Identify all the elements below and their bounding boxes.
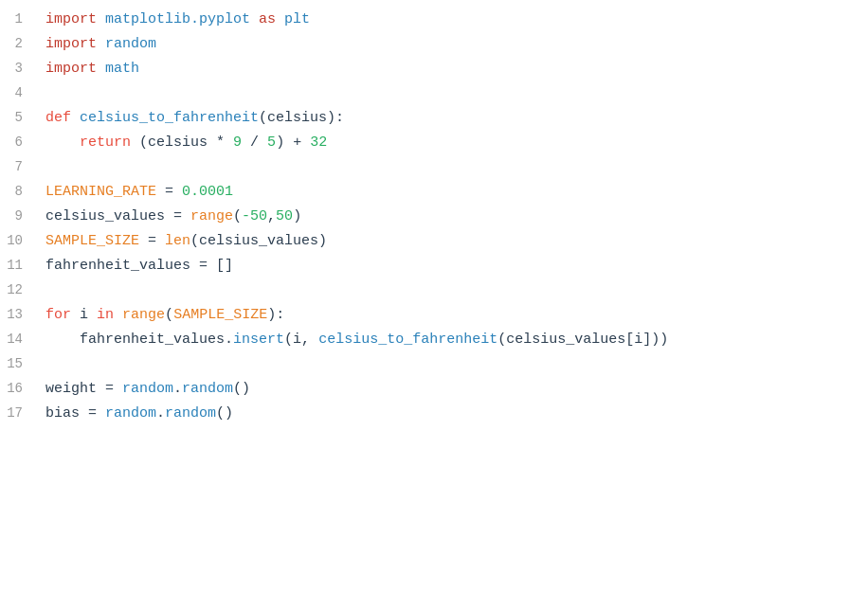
token-plain <box>88 307 97 323</box>
token-number: 50 <box>276 208 293 224</box>
token-plain <box>71 110 80 126</box>
token-kw-in: in <box>97 307 114 323</box>
token-number: -50 <box>242 208 267 224</box>
token-func-name: insert <box>233 332 284 348</box>
token-const: LEARNING_RATE <box>45 184 156 200</box>
token-var: i <box>634 332 642 348</box>
token-func-name: random <box>165 405 216 422</box>
token-plain: / <box>242 135 267 151</box>
code-editor: 1import matplotlib.pyplot as plt2import … <box>0 0 868 610</box>
token-plain <box>276 11 284 27</box>
token-builtin: len <box>165 233 190 249</box>
token-plain: () <box>216 405 233 422</box>
code-line: 8LEARNING_RATE = 0.0001 <box>0 180 868 205</box>
line-content: SAMPLE_SIZE = len(celsius_values) <box>38 230 868 253</box>
line-number: 5 <box>0 107 38 128</box>
line-content: fahrenheit_values = [] <box>38 255 868 278</box>
token-const: SAMPLE_SIZE <box>173 307 267 323</box>
code-line: 9celsius_values = range(-50,50) <box>0 205 868 229</box>
line-content: celsius_values = range(-50,50) <box>38 206 868 228</box>
token-func-name: celsius_to_fahrenheit <box>318 332 497 348</box>
token-func-name: random <box>182 381 233 397</box>
token-plain: ( <box>233 208 242 224</box>
token-plain: , <box>267 208 276 224</box>
line-number: 7 <box>0 156 38 177</box>
line-number: 8 <box>0 181 38 202</box>
token-builtin: range <box>190 208 233 224</box>
token-number: 0.0001 <box>182 184 233 200</box>
token-number: 9 <box>233 135 242 151</box>
token-plain: = [] <box>190 258 233 274</box>
token-var: celsius_values <box>506 332 625 348</box>
token-kw-def: def <box>45 110 71 126</box>
token-plain <box>114 307 122 323</box>
token-plain <box>71 307 80 323</box>
line-number: 2 <box>0 33 38 54</box>
token-var: fahrenheit_values <box>45 258 190 274</box>
code-line: 10SAMPLE_SIZE = len(celsius_values) <box>0 229 868 254</box>
token-number: 5 <box>267 135 276 151</box>
line-number: 11 <box>0 255 38 276</box>
token-param: celsius <box>267 110 327 126</box>
token-plain: , <box>301 332 318 348</box>
token-plain: = <box>139 233 165 249</box>
token-var: i <box>293 332 301 348</box>
token-plain <box>97 11 105 27</box>
token-kw-import: import <box>45 61 97 77</box>
line-content: import matplotlib.pyplot as plt <box>38 9 868 31</box>
line-content: bias = random.random() <box>38 403 868 425</box>
token-builtin: range <box>122 307 165 323</box>
token-plain: ): <box>267 307 284 323</box>
token-lib-name: random <box>105 36 156 52</box>
token-plain: . <box>173 381 182 397</box>
line-number: 12 <box>0 279 38 300</box>
code-line: 2import random <box>0 32 868 57</box>
token-plain: = <box>165 208 190 224</box>
token-plain: ( <box>131 135 148 151</box>
line-number: 9 <box>0 206 38 226</box>
token-plain: * <box>208 135 233 151</box>
code-line: 6 return (celsius * 9 / 5) + 32 <box>0 131 868 155</box>
token-lib-name: random <box>105 405 156 422</box>
line-number: 14 <box>0 329 38 350</box>
line-content: import random <box>38 33 868 56</box>
token-plain <box>45 135 80 151</box>
token-lib-name: math <box>105 61 139 77</box>
token-plain: . <box>225 332 233 348</box>
token-plain <box>97 36 105 52</box>
token-plain: [ <box>625 332 634 348</box>
code-line: 14 fahrenheit_values.insert(i, celsius_t… <box>0 328 868 352</box>
token-plain <box>97 61 105 77</box>
token-var: celsius_values <box>199 233 318 249</box>
code-line: 15 <box>0 352 868 377</box>
line-content: for i in range(SAMPLE_SIZE): <box>38 304 868 327</box>
token-plain: ) <box>318 233 327 249</box>
token-lib-name: random <box>122 381 173 397</box>
token-kw-for: for <box>45 307 71 323</box>
line-content: fahrenheit_values.insert(i, celsius_to_f… <box>38 329 868 351</box>
token-plain: () <box>233 381 250 397</box>
line-number: 4 <box>0 82 38 103</box>
line-content: import math <box>38 58 868 81</box>
code-line: 7 <box>0 155 868 180</box>
line-content: weight = random.random() <box>38 378 868 401</box>
token-var: i <box>80 307 88 323</box>
token-const: SAMPLE_SIZE <box>45 233 139 249</box>
line-number: 6 <box>0 132 38 152</box>
token-plain: ): <box>327 110 344 126</box>
token-plain: ) + <box>276 135 310 151</box>
token-alias: plt <box>284 11 310 27</box>
line-number: 3 <box>0 58 38 79</box>
code-line: 17bias = random.random() <box>0 402 868 426</box>
token-plain: = <box>97 381 122 397</box>
line-number: 17 <box>0 403 38 423</box>
token-var: celsius <box>148 135 208 151</box>
token-plain: . <box>156 405 165 422</box>
token-number: 32 <box>310 135 327 151</box>
token-var: fahrenheit_values <box>80 332 225 348</box>
token-var: bias <box>45 405 80 422</box>
line-number: 16 <box>0 378 38 399</box>
token-plain: ( <box>190 233 199 249</box>
token-func-name: celsius_to_fahrenheit <box>80 110 259 126</box>
line-content: LEARNING_RATE = 0.0001 <box>38 181 868 204</box>
